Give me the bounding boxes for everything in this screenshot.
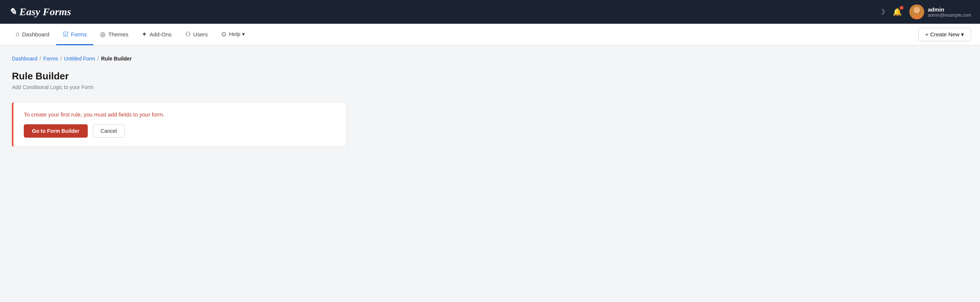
forms-icon: ☑ <box>63 30 68 38</box>
nav-label-dashboard: Dashboard <box>22 31 49 38</box>
breadcrumb-sep-1: / <box>40 55 41 62</box>
cancel-button[interactable]: Cancel <box>93 124 125 138</box>
nav-item-addons[interactable]: ✦ Add-Ons <box>135 24 178 45</box>
svg-point-3 <box>914 7 920 12</box>
logo-text: Easy Forms <box>19 6 71 18</box>
nav-items: ⌂ Dashboard ☑ Forms ◎ Themes ✦ Add-Ons ⚇… <box>9 24 252 45</box>
user-menu[interactable]: admin admin@example.com <box>909 5 971 19</box>
breadcrumb-current: Rule Builder <box>101 55 132 62</box>
moon-icon: ☽ <box>878 8 885 16</box>
nav-label-help: Help ▾ <box>229 31 245 38</box>
user-email: admin@example.com <box>928 13 971 18</box>
addons-icon: ✦ <box>142 30 147 38</box>
page-subtitle: Add Conditional Logic to your Form <box>12 84 968 90</box>
nav-item-forms[interactable]: ☑ Forms <box>56 24 94 45</box>
nav-item-users[interactable]: ⚇ Users <box>178 24 215 45</box>
breadcrumb-forms[interactable]: Forms <box>43 55 58 62</box>
breadcrumb-dashboard[interactable]: Dashboard <box>12 55 38 62</box>
breadcrumb-untitled-form[interactable]: Untitled Form <box>64 55 95 62</box>
page-title: Rule Builder <box>12 71 968 82</box>
nav-label-forms: Forms <box>71 31 87 38</box>
go-to-form-builder-button[interactable]: Go to Form Builder <box>24 124 88 138</box>
dark-mode-toggle[interactable]: ☽ <box>878 8 885 16</box>
nav-label-addons: Add-Ons <box>150 31 172 38</box>
nav-item-themes[interactable]: ◎ Themes <box>93 24 135 45</box>
logo-icon: ✎ <box>9 7 16 17</box>
notification-badge <box>900 6 904 9</box>
themes-icon: ◎ <box>100 30 106 38</box>
user-name: admin <box>928 6 971 13</box>
notification-bell[interactable]: 🔔 <box>892 8 902 16</box>
users-icon: ⚇ <box>185 30 191 38</box>
header-right: ☽ 🔔 admin admin@example.com <box>878 5 971 19</box>
nav-label-themes: Themes <box>108 31 128 38</box>
create-new-button[interactable]: + Create New ▾ <box>918 28 971 41</box>
nav-item-help[interactable]: ⊙ Help ▾ <box>215 24 252 45</box>
breadcrumb-sep-3: / <box>97 55 99 62</box>
user-details: admin admin@example.com <box>928 6 971 18</box>
breadcrumb-sep-2: / <box>60 55 62 62</box>
nav-item-dashboard[interactable]: ⌂ Dashboard <box>9 24 56 45</box>
create-new-label: + Create New ▾ <box>925 31 964 38</box>
nav-bar: ⌂ Dashboard ☑ Forms ◎ Themes ✦ Add-Ons ⚇… <box>0 24 980 45</box>
top-header: ✎ Easy Forms ☽ 🔔 admin admin@example.com <box>0 0 980 24</box>
alert-message: To create your first rule, you must add … <box>24 111 336 118</box>
alert-box: To create your first rule, you must add … <box>12 102 347 147</box>
breadcrumb: Dashboard / Forms / Untitled Form / Rule… <box>12 55 968 62</box>
home-icon: ⌂ <box>16 30 19 38</box>
nav-label-users: Users <box>193 31 208 38</box>
help-icon: ⊙ <box>221 30 226 38</box>
main-content: Dashboard / Forms / Untitled Form / Rule… <box>0 45 980 157</box>
alert-actions: Go to Form Builder Cancel <box>24 124 336 138</box>
app-logo[interactable]: ✎ Easy Forms <box>9 6 71 18</box>
avatar <box>909 5 924 19</box>
